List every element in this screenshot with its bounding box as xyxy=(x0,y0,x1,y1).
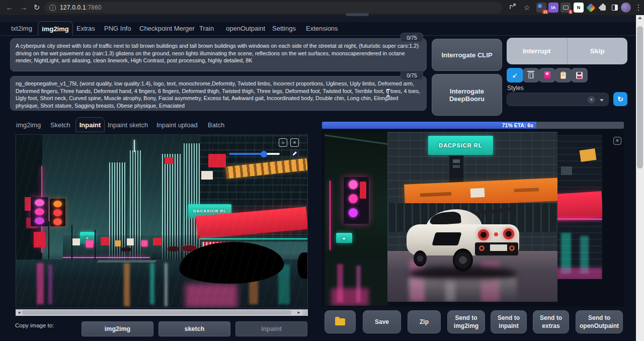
tab-openoutpaint[interactable]: openOutpaint xyxy=(226,25,265,32)
inpaint-mask-blob-edge xyxy=(297,252,308,279)
bookmark-star-icon[interactable]: ☆ xyxy=(521,2,532,13)
taillight-left xyxy=(478,229,489,240)
subtab-sketch[interactable]: Sketch xyxy=(50,121,70,129)
send-to-inpaint-button[interactable]: Send to inpaint xyxy=(491,310,527,333)
tab-img2img[interactable]: img2img xyxy=(38,21,73,36)
tab-checkpoint-merger[interactable]: Checkpoint Merger xyxy=(139,25,195,32)
copy-to-inpaint-button[interactable]: inpaint xyxy=(235,321,307,336)
open-folder-button[interactable] xyxy=(325,310,356,333)
extra-networks-button[interactable] xyxy=(539,68,555,82)
taillight-right xyxy=(503,228,514,239)
subtab-img2img[interactable]: img2img xyxy=(16,121,41,129)
extension-screenshot-icon[interactable]: 3 xyxy=(560,3,571,13)
site-info-icon[interactable]: i xyxy=(49,5,56,11)
canvas-horizontal-scrollbar[interactable]: ◄ ► xyxy=(16,309,302,316)
save-button[interactable]: Save xyxy=(363,310,401,333)
negative-prompt-token-counter: 0/75 xyxy=(400,70,423,80)
send-to-openoutpaint-button[interactable]: Send to openOutpaint xyxy=(576,310,623,333)
extension-ia-icon[interactable]: IA xyxy=(548,3,558,13)
interrogate-clip-button[interactable]: Interrogate CLIP xyxy=(432,39,502,71)
roof-line xyxy=(325,133,388,145)
brush-icon[interactable] xyxy=(290,149,299,158)
address-bar[interactable]: i 127.0.0.1:7860 xyxy=(44,2,502,13)
tab-settings[interactable]: Settings xyxy=(272,25,296,32)
street-sign-7 xyxy=(153,238,162,245)
prompt-input[interactable]: A cyberpunk city street with lots of tra… xyxy=(11,39,426,71)
distant-car-1 xyxy=(168,246,179,251)
skip-button[interactable]: Skip xyxy=(568,38,628,64)
styles-dropdown[interactable]: × xyxy=(507,93,609,106)
scroll-left-icon[interactable]: ◄ xyxy=(17,310,21,315)
copy-to-img2img-button[interactable]: img2img xyxy=(82,321,153,336)
facade-pillar xyxy=(449,155,464,184)
subtab-inpaint-sketch[interactable]: Inpaint sketch xyxy=(108,121,148,129)
screen: ← → ↻ i 127.0.0.1:7860 ☆ 21 IA 3 N xyxy=(0,0,644,341)
spoiler-strut xyxy=(503,212,504,218)
brush-size-slider[interactable] xyxy=(229,153,280,155)
clear-canvas-icon[interactable]: × xyxy=(290,138,299,147)
chevron-down-icon[interactable] xyxy=(600,99,604,102)
scrollbar-thumb[interactable] xyxy=(22,310,291,315)
white-sign-right xyxy=(201,171,213,180)
car-rear-bumper xyxy=(475,242,518,255)
street-sign-6 xyxy=(141,240,147,246)
orange-sign xyxy=(580,148,597,162)
gallery-image-left[interactable]: ◆ xyxy=(325,132,388,306)
refresh-styles-button[interactable]: ↻ xyxy=(613,92,627,106)
car-wheel-rear xyxy=(453,248,473,272)
send-to-extras-button[interactable]: Send to extras xyxy=(533,310,569,333)
resize-grip[interactable] xyxy=(302,309,308,316)
progress-bar: 71% ETA: 6s xyxy=(322,122,624,129)
gallery-image-right[interactable] xyxy=(556,135,602,279)
scrollbar-thumb[interactable] xyxy=(637,26,643,168)
tab-train[interactable]: Train xyxy=(199,25,214,32)
copy-to-sketch-button[interactable]: sketch xyxy=(158,321,230,336)
apply-styles-button[interactable] xyxy=(555,68,572,82)
send-to-img2img-button[interactable]: Send to img2img xyxy=(447,310,485,333)
interrogate-deepbooru-button[interactable]: Interrogate DeepBooru xyxy=(432,74,502,116)
share-icon[interactable] xyxy=(507,2,518,13)
back-icon[interactable]: ← xyxy=(4,2,15,13)
extensions-puzzle-icon[interactable] xyxy=(598,3,608,13)
save-style-button[interactable] xyxy=(571,68,588,82)
tab-extensions[interactable]: Extensions xyxy=(306,25,338,32)
tab-extras[interactable]: Extras xyxy=(76,25,95,32)
scroll-up-icon[interactable] xyxy=(638,17,642,19)
car-reflection xyxy=(408,278,517,302)
extension-darkmode-icon[interactable] xyxy=(610,3,620,13)
subtab-inpaint[interactable]: Inpaint xyxy=(75,117,105,132)
extension-colors-icon[interactable] xyxy=(586,3,596,13)
progress-label: 71% ETA: 6s xyxy=(502,122,533,128)
interrupt-button[interactable]: Interrupt xyxy=(507,38,567,64)
browser-menu-icon[interactable]: ⋮ xyxy=(633,2,644,13)
inpaint-canvas-image[interactable]: ◆ DACASICR RL xyxy=(16,134,308,308)
gallery-image-main[interactable]: DACPSICR RL xyxy=(387,132,557,302)
clear-prompt-button[interactable] xyxy=(523,68,539,82)
tab-png-info[interactable]: PNG Info xyxy=(104,25,131,32)
scroll-right-icon[interactable]: ► xyxy=(297,310,301,315)
zip-button[interactable]: Zip xyxy=(408,310,441,333)
prompt-box: A cyberpunk city street with lots of tra… xyxy=(10,38,427,71)
profile-avatar[interactable] xyxy=(621,3,631,13)
undo-icon[interactable]: ○ xyxy=(279,138,287,147)
arrow-down-left-icon: ↙ xyxy=(512,71,518,79)
subtab-inpaint-upload[interactable]: Inpaint upload xyxy=(156,121,198,129)
clear-styles-icon[interactable]: × xyxy=(588,96,595,104)
tab-txt2img[interactable]: txt2img xyxy=(11,25,32,32)
extension-notion-icon[interactable]: N xyxy=(574,3,584,13)
negative-prompt-input[interactable]: ng_deepnegative_v1_75t, (worst quality, … xyxy=(11,76,426,110)
extension-blue-dot-icon[interactable]: 21 xyxy=(536,3,546,13)
page-vertical-scrollbar[interactable] xyxy=(636,15,644,341)
slider-thumb[interactable] xyxy=(261,151,267,157)
distant-car-3 xyxy=(121,247,131,252)
close-gallery-icon[interactable]: × xyxy=(613,137,621,145)
forward-icon[interactable]: → xyxy=(18,2,29,13)
subtab-batch[interactable]: Batch xyxy=(208,121,224,129)
neon-edge-pink xyxy=(330,181,331,250)
street-sign-5 xyxy=(127,238,134,245)
paste-generation-params-button[interactable]: ↙ xyxy=(507,68,523,82)
tabbar-divider xyxy=(0,35,644,36)
reload-icon[interactable]: ↻ xyxy=(31,2,42,13)
pink-neon-line xyxy=(556,218,602,220)
red-sign-right xyxy=(208,154,226,168)
